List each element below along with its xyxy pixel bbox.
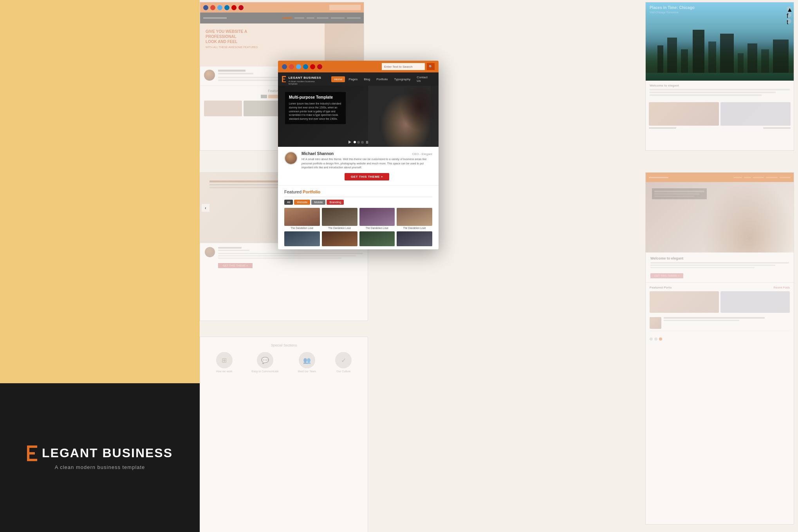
faded-label-2 bbox=[763, 127, 791, 129]
brand-name: LEGANT BUSINESS bbox=[42, 446, 173, 460]
r-dot2 bbox=[654, 337, 657, 341]
brand-tagline: A clean modern business template bbox=[55, 464, 145, 470]
main-browser-inner: 🔍 LEGANT BUSINESS A clean modern bbox=[278, 61, 439, 249]
faded-r-ht2 bbox=[654, 193, 699, 195]
scroll-up[interactable]: ▲ bbox=[787, 6, 791, 11]
building-4 bbox=[693, 30, 704, 73]
mb-port-thumb-2[interactable] bbox=[322, 208, 357, 226]
building-3 bbox=[681, 49, 688, 73]
faded-browser-right: Welcome to elegant GET THIS THEME » Feat… bbox=[645, 172, 794, 525]
mb-port-label-1: The Dandelion Love bbox=[284, 227, 320, 229]
faded-r-orange-nav bbox=[646, 173, 794, 182]
mb-filter-mobile[interactable]: Mobile bbox=[311, 200, 325, 205]
faded-about-line2 bbox=[650, 92, 776, 93]
slider-arrow-left[interactable]: ‹ bbox=[202, 204, 209, 212]
mb-get-theme-btn[interactable]: GET THIS THEME » bbox=[345, 173, 389, 180]
building-2 bbox=[667, 38, 677, 73]
faded-hero-tl: GIVE YOU WEBSITE APROFESSIONALLOOK AND F… bbox=[200, 23, 364, 67]
mb-social-tw bbox=[296, 64, 301, 69]
faded-r-hero bbox=[646, 182, 794, 252]
mb-search-input[interactable] bbox=[382, 63, 425, 70]
hero-dot-2[interactable] bbox=[357, 141, 360, 144]
mb-port-item-3: The Dandelion Love bbox=[359, 208, 395, 229]
faded-icon-2: 💬 Easy to Communicate bbox=[252, 352, 278, 373]
mb-nav-home[interactable]: Home bbox=[331, 76, 345, 82]
faded-r-wt1 bbox=[650, 262, 789, 263]
faded-r-nav bbox=[733, 177, 791, 178]
mb-port-thumb-6[interactable] bbox=[322, 231, 357, 246]
faded-r-section-header: Featured Ports Recent Posts bbox=[650, 286, 790, 289]
faded-thumb-labels bbox=[649, 127, 791, 129]
mb-portfolio-filters: All Website Mobile Branding bbox=[284, 200, 432, 205]
faded-r-post-title bbox=[664, 317, 765, 319]
mb-port-thumb-7[interactable] bbox=[359, 231, 395, 246]
icon-label-4: Our Culture bbox=[336, 370, 350, 373]
mb-nav: LEGANT BUSINESS A clean modern business … bbox=[278, 72, 439, 86]
faded-rn3 bbox=[753, 177, 764, 178]
mb-port-thumb-1[interactable] bbox=[284, 208, 320, 226]
mb-filter-branding[interactable]: Branding bbox=[327, 200, 344, 205]
hero-dot-1[interactable] bbox=[354, 141, 356, 143]
faded-dark-nav-tl bbox=[200, 13, 364, 23]
faded-nav-links bbox=[282, 17, 361, 19]
mb-nav-contact[interactable]: Contact Us bbox=[414, 74, 435, 84]
mb-social-yt bbox=[310, 64, 315, 69]
main-browser: 🔍 LEGANT BUSINESS A clean modern bbox=[278, 61, 439, 299]
building-6 bbox=[720, 34, 734, 73]
faded-social-yt bbox=[231, 5, 237, 10]
mb-nav-pages[interactable]: Pages bbox=[346, 76, 360, 82]
faded-r-img-grid bbox=[650, 291, 790, 313]
faded-nav-blog bbox=[307, 17, 314, 19]
faded-r-post-text bbox=[664, 317, 790, 321]
mb-avatar bbox=[284, 151, 298, 165]
faded-r-recent: Recent Posts bbox=[773, 286, 790, 289]
faded-about-tr: Welcome to elegant bbox=[646, 81, 794, 102]
building-1 bbox=[657, 45, 663, 73]
building-10 bbox=[773, 40, 789, 73]
mb-filter-website[interactable]: Website bbox=[294, 200, 310, 205]
faded-cl-title bbox=[218, 250, 249, 251]
mb-logo-name: LEGANT BUSINESS bbox=[289, 76, 321, 79]
hero-pause-btn[interactable] bbox=[366, 141, 368, 144]
mb-portfolio-grid-row2 bbox=[284, 231, 432, 246]
mb-nav-blog[interactable]: Blog bbox=[361, 76, 373, 82]
scroll-fb[interactable]: f bbox=[787, 13, 791, 17]
faded-social-gp bbox=[210, 5, 215, 10]
faded-icon-3: 👥 Meet our Team bbox=[298, 352, 316, 373]
faded-rn5 bbox=[780, 177, 791, 178]
brand-e-icon bbox=[27, 445, 40, 461]
mb-nav-typography[interactable]: Typography bbox=[392, 76, 413, 82]
mb-port-thumb-8[interactable] bbox=[397, 231, 432, 246]
chicago-subtitle: Visit Chicago Tomorrow bbox=[650, 11, 678, 14]
faded-r-post-sub bbox=[664, 320, 739, 321]
pause-bar-1 bbox=[366, 141, 367, 144]
mb-port-thumb-4[interactable] bbox=[397, 208, 432, 226]
faded-rn4 bbox=[766, 177, 778, 178]
faded-bl-section-title: Special Sections bbox=[206, 343, 361, 347]
faded-label-1 bbox=[649, 127, 676, 129]
faded-logo bbox=[203, 17, 227, 19]
pause-bar-2 bbox=[367, 141, 368, 144]
faded-r-section-title: Featured Ports bbox=[650, 286, 672, 289]
mb-port-label-2: The Dandelion Love bbox=[322, 227, 357, 229]
faded-filter-all bbox=[261, 95, 267, 98]
faded-r-dots bbox=[646, 334, 794, 344]
mb-nav-portfolio[interactable]: Portfolio bbox=[374, 76, 390, 82]
chicago-image: Places in Time: Chicago Visit Chicago To… bbox=[646, 2, 794, 81]
mb-port-item-1: The Dandelion Love bbox=[284, 208, 320, 229]
faded-filter-web bbox=[268, 95, 279, 98]
hero-dot-3[interactable] bbox=[361, 141, 364, 144]
mb-port-thumb-5[interactable] bbox=[284, 231, 320, 246]
mb-filter-all[interactable]: All bbox=[284, 200, 293, 205]
mb-port-label-4: The Dandelion Love bbox=[397, 227, 432, 229]
mb-port-thumb-3[interactable] bbox=[359, 208, 395, 226]
faded-r-ht3 bbox=[654, 196, 694, 197]
icon-label-1: How we work bbox=[216, 370, 233, 373]
scroll-tw[interactable]: t bbox=[787, 19, 791, 23]
hero-play-btn[interactable] bbox=[348, 141, 351, 144]
hero-woman-silhouette bbox=[360, 86, 439, 147]
chicago-title: Places in Time: Chicago bbox=[650, 5, 695, 10]
mb-search-button[interactable]: 🔍 bbox=[427, 63, 435, 70]
browsers-container: GIVE YOU WEBSITE APROFESSIONALLOOK AND F… bbox=[200, 0, 798, 532]
faded-thumb-2 bbox=[720, 102, 791, 126]
